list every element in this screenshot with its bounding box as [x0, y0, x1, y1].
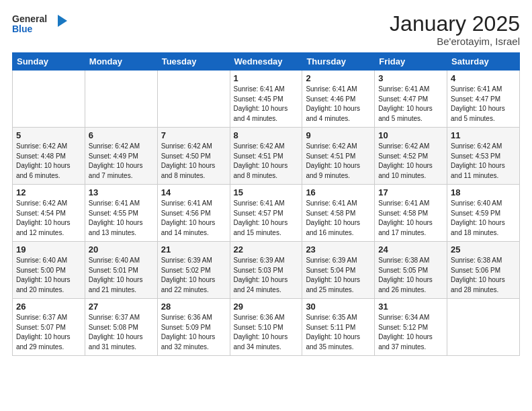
calendar-cell: 15Sunrise: 6:41 AM Sunset: 4:57 PM Dayli…	[230, 185, 302, 242]
calendar-cell: 25Sunrise: 6:38 AM Sunset: 5:06 PM Dayli…	[447, 242, 520, 299]
svg-marker-2	[58, 15, 67, 27]
day-number: 3	[378, 73, 443, 83]
day-number: 31	[378, 302, 443, 312]
day-number: 7	[161, 130, 226, 140]
day-number: 5	[16, 130, 81, 140]
location: Be'erotayim, Israel	[390, 36, 520, 47]
day-number: 11	[451, 130, 516, 140]
weekday-header-row: SundayMondayTuesdayWednesdayThursdayFrid…	[13, 53, 520, 71]
calendar-cell: 13Sunrise: 6:41 AM Sunset: 4:55 PM Dayli…	[85, 185, 157, 242]
day-info: Sunrise: 6:35 AM Sunset: 5:11 PM Dayligh…	[306, 313, 371, 352]
weekday-header-tuesday: Tuesday	[157, 53, 230, 71]
day-number: 10	[378, 130, 443, 140]
svg-text:General: General	[12, 13, 47, 24]
day-number: 21	[161, 244, 226, 255]
day-number: 29	[234, 302, 299, 312]
calendar-cell	[157, 71, 230, 128]
calendar-cell: 30Sunrise: 6:35 AM Sunset: 5:11 PM Dayli…	[302, 299, 375, 356]
calendar-cell: 27Sunrise: 6:37 AM Sunset: 5:08 PM Dayli…	[85, 299, 157, 356]
day-number: 26	[16, 302, 81, 312]
week-row-2: 5Sunrise: 6:42 AM Sunset: 4:48 PM Daylig…	[13, 128, 520, 185]
calendar-cell: 14Sunrise: 6:41 AM Sunset: 4:56 PM Dayli…	[157, 185, 230, 242]
header: General Blue January 2025 Be'erotayim, I…	[12, 12, 520, 47]
weekday-header-monday: Monday	[85, 53, 157, 71]
day-number: 18	[451, 187, 516, 197]
day-info: Sunrise: 6:42 AM Sunset: 4:51 PM Dayligh…	[234, 142, 299, 181]
day-info: Sunrise: 6:40 AM Sunset: 5:01 PM Dayligh…	[89, 256, 154, 295]
week-row-4: 19Sunrise: 6:40 AM Sunset: 5:00 PM Dayli…	[13, 242, 520, 299]
day-info: Sunrise: 6:41 AM Sunset: 4:47 PM Dayligh…	[451, 85, 516, 124]
calendar-cell: 3Sunrise: 6:41 AM Sunset: 4:47 PM Daylig…	[375, 71, 447, 128]
logo-svg: General Blue	[12, 12, 73, 36]
day-number: 8	[234, 130, 299, 140]
calendar-cell	[447, 299, 520, 356]
calendar-cell: 22Sunrise: 6:39 AM Sunset: 5:03 PM Dayli…	[230, 242, 302, 299]
day-info: Sunrise: 6:41 AM Sunset: 4:57 PM Dayligh…	[234, 199, 299, 238]
day-number: 25	[451, 244, 516, 255]
day-info: Sunrise: 6:39 AM Sunset: 5:02 PM Dayligh…	[161, 256, 226, 295]
calendar-cell: 5Sunrise: 6:42 AM Sunset: 4:48 PM Daylig…	[13, 128, 85, 185]
calendar-cell: 9Sunrise: 6:42 AM Sunset: 4:51 PM Daylig…	[302, 128, 375, 185]
calendar-cell: 28Sunrise: 6:36 AM Sunset: 5:09 PM Dayli…	[157, 299, 230, 356]
day-info: Sunrise: 6:41 AM Sunset: 4:58 PM Dayligh…	[378, 199, 443, 238]
week-row-3: 12Sunrise: 6:42 AM Sunset: 4:54 PM Dayli…	[13, 185, 520, 242]
weekday-header-thursday: Thursday	[302, 53, 375, 71]
day-info: Sunrise: 6:41 AM Sunset: 4:56 PM Dayligh…	[161, 199, 226, 238]
day-number: 27	[89, 302, 154, 312]
calendar-cell: 24Sunrise: 6:38 AM Sunset: 5:05 PM Dayli…	[375, 242, 447, 299]
day-info: Sunrise: 6:41 AM Sunset: 4:45 PM Dayligh…	[234, 85, 299, 124]
calendar-cell: 8Sunrise: 6:42 AM Sunset: 4:51 PM Daylig…	[230, 128, 302, 185]
day-info: Sunrise: 6:40 AM Sunset: 5:00 PM Dayligh…	[16, 256, 81, 295]
day-info: Sunrise: 6:42 AM Sunset: 4:49 PM Dayligh…	[89, 142, 154, 181]
calendar: SundayMondayTuesdayWednesdayThursdayFrid…	[12, 52, 520, 356]
day-info: Sunrise: 6:37 AM Sunset: 5:07 PM Dayligh…	[16, 313, 81, 352]
day-number: 6	[89, 130, 154, 140]
day-info: Sunrise: 6:39 AM Sunset: 5:04 PM Dayligh…	[306, 256, 371, 295]
calendar-cell: 17Sunrise: 6:41 AM Sunset: 4:58 PM Dayli…	[375, 185, 447, 242]
calendar-cell: 19Sunrise: 6:40 AM Sunset: 5:00 PM Dayli…	[13, 242, 85, 299]
day-number: 22	[234, 244, 299, 255]
week-row-1: 1Sunrise: 6:41 AM Sunset: 4:45 PM Daylig…	[13, 71, 520, 128]
calendar-cell: 20Sunrise: 6:40 AM Sunset: 5:01 PM Dayli…	[85, 242, 157, 299]
day-info: Sunrise: 6:42 AM Sunset: 4:52 PM Dayligh…	[378, 142, 443, 181]
day-info: Sunrise: 6:39 AM Sunset: 5:03 PM Dayligh…	[234, 256, 299, 295]
calendar-cell: 7Sunrise: 6:42 AM Sunset: 4:50 PM Daylig…	[157, 128, 230, 185]
day-number: 12	[16, 187, 81, 197]
weekday-header-wednesday: Wednesday	[230, 53, 302, 71]
calendar-cell: 21Sunrise: 6:39 AM Sunset: 5:02 PM Dayli…	[157, 242, 230, 299]
day-info: Sunrise: 6:41 AM Sunset: 4:58 PM Dayligh…	[306, 199, 371, 238]
logo: General Blue	[12, 12, 73, 36]
weekday-header-saturday: Saturday	[447, 53, 520, 71]
day-number: 17	[378, 187, 443, 197]
calendar-cell: 18Sunrise: 6:40 AM Sunset: 4:59 PM Dayli…	[447, 185, 520, 242]
day-number: 20	[89, 244, 154, 255]
calendar-cell: 6Sunrise: 6:42 AM Sunset: 4:49 PM Daylig…	[85, 128, 157, 185]
day-info: Sunrise: 6:38 AM Sunset: 5:06 PM Dayligh…	[451, 256, 516, 295]
day-info: Sunrise: 6:42 AM Sunset: 4:51 PM Dayligh…	[306, 142, 371, 181]
day-number: 16	[306, 187, 371, 197]
day-info: Sunrise: 6:41 AM Sunset: 4:47 PM Dayligh…	[378, 85, 443, 124]
day-info: Sunrise: 6:36 AM Sunset: 5:10 PM Dayligh…	[234, 313, 299, 352]
calendar-cell: 26Sunrise: 6:37 AM Sunset: 5:07 PM Dayli…	[13, 299, 85, 356]
day-info: Sunrise: 6:42 AM Sunset: 4:53 PM Dayligh…	[451, 142, 516, 181]
day-info: Sunrise: 6:42 AM Sunset: 4:54 PM Dayligh…	[16, 199, 81, 238]
calendar-cell: 11Sunrise: 6:42 AM Sunset: 4:53 PM Dayli…	[447, 128, 520, 185]
day-info: Sunrise: 6:41 AM Sunset: 4:46 PM Dayligh…	[306, 85, 371, 124]
day-number: 19	[16, 244, 81, 255]
day-info: Sunrise: 6:37 AM Sunset: 5:08 PM Dayligh…	[89, 313, 154, 352]
weekday-header-sunday: Sunday	[13, 53, 85, 71]
day-number: 24	[378, 244, 443, 255]
calendar-cell: 29Sunrise: 6:36 AM Sunset: 5:10 PM Dayli…	[230, 299, 302, 356]
day-number: 28	[161, 302, 226, 312]
day-number: 4	[451, 73, 516, 83]
svg-text:Blue: Blue	[12, 24, 33, 34]
calendar-cell: 23Sunrise: 6:39 AM Sunset: 5:04 PM Dayli…	[302, 242, 375, 299]
day-info: Sunrise: 6:40 AM Sunset: 4:59 PM Dayligh…	[451, 199, 516, 238]
day-number: 23	[306, 244, 371, 255]
day-number: 1	[234, 73, 299, 83]
calendar-cell: 4Sunrise: 6:41 AM Sunset: 4:47 PM Daylig…	[447, 71, 520, 128]
day-number: 30	[306, 302, 371, 312]
calendar-cell: 16Sunrise: 6:41 AM Sunset: 4:58 PM Dayli…	[302, 185, 375, 242]
day-number: 14	[161, 187, 226, 197]
calendar-cell: 2Sunrise: 6:41 AM Sunset: 4:46 PM Daylig…	[302, 71, 375, 128]
